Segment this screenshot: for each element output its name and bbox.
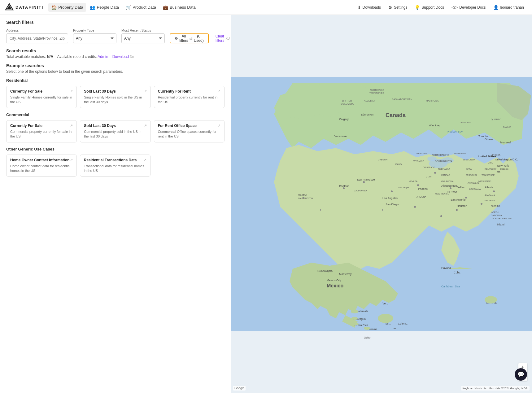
svg-point-12 xyxy=(417,184,419,186)
chat-bubble[interactable]: 💬 xyxy=(515,368,527,381)
arrow-icon: ↗ xyxy=(218,124,220,128)
nav-item-support-docs[interactable]: 💡 Support Docs xyxy=(412,3,447,12)
search-results-section: Search results Total available matches: … xyxy=(6,48,225,59)
svg-text:New York: New York xyxy=(497,164,509,167)
svg-text:Vancouver: Vancouver xyxy=(334,135,347,138)
logo[interactable]: DATAFINITI xyxy=(5,3,43,12)
svg-text:OHIO: OHIO xyxy=(488,162,493,164)
google-logo: Google xyxy=(233,386,246,391)
card-res-for-sale[interactable]: Currently For Sale ↗ Single Family Homes… xyxy=(6,86,77,108)
svg-text:NEVADA: NEVADA xyxy=(409,180,418,182)
address-filter-group: Address xyxy=(6,28,68,43)
address-input[interactable] xyxy=(6,33,68,43)
card-res-sold-30[interactable]: Sold Last 30 Days ↗ Single Family Homes … xyxy=(80,86,150,108)
svg-text:Cali...: Cali... xyxy=(392,327,398,330)
card-com-sold-30[interactable]: Sold Last 30 Days ↗ Commercial property … xyxy=(80,120,150,142)
commercial-category-title: Commercial xyxy=(6,112,225,117)
card-desc: Commercial Office spaces currently for r… xyxy=(158,129,220,139)
card-desc: Residential property currently for rent … xyxy=(158,95,220,105)
svg-text:Toronto: Toronto xyxy=(478,135,488,138)
nav-item-property-data[interactable]: 🏠 Property Data xyxy=(48,3,86,12)
nav-item-developer-docs[interactable]: </> Developer Docs xyxy=(448,3,489,12)
other-category-title: Other Generic Use Cases xyxy=(6,147,225,151)
property-type-select[interactable]: Any Residential Commercial Industrial xyxy=(73,33,116,43)
map-container[interactable]: Seattle WASHINGTON Portland San Francisc… xyxy=(231,15,532,393)
svg-text:Edmonton: Edmonton xyxy=(361,113,373,116)
svg-text:Phoenix: Phoenix xyxy=(418,187,428,190)
svg-text:San Antonio: San Antonio xyxy=(451,198,466,201)
nav-item-user[interactable]: 👤 leonard trahan xyxy=(490,3,527,12)
card-com-for-sale[interactable]: Currently For Sale ↗ Commercial property… xyxy=(6,120,77,142)
svg-text:Guadalajara: Guadalajara xyxy=(317,269,333,273)
card-desc: Single Family Homes currently for sale i… xyxy=(10,95,73,105)
svg-text:Albuquerque: Albuquerque xyxy=(441,184,457,187)
svg-text:Ve...: Ve... xyxy=(382,302,388,305)
nav-right: ⬇ Downloads ⚙ Settings 💡 Support Docs </… xyxy=(354,3,527,12)
search-results-title: Search results xyxy=(6,48,225,53)
svg-text:KANSAS: KANSAS xyxy=(441,174,450,176)
svg-text:MISSISSIPPI: MISSISSIPPI xyxy=(478,180,491,182)
svg-text:MONTANA: MONTANA xyxy=(416,152,427,155)
nav-item-business-data[interactable]: 💼 Business Data xyxy=(160,3,199,12)
download-badge: Do xyxy=(130,55,134,59)
svg-text:Havana: Havana xyxy=(441,266,451,269)
card-com-for-rent[interactable]: For Rent Office Space ↗ Commercial Offic… xyxy=(154,120,225,142)
card-title: For Rent Office Space xyxy=(158,124,197,128)
arrow-icon: ↗ xyxy=(144,158,146,162)
nav-item-downloads[interactable]: ⬇ Downloads xyxy=(354,3,384,12)
svg-point-16 xyxy=(456,209,458,211)
svg-text:Ottawa: Ottawa xyxy=(485,138,494,141)
card-desc: Home owner contact data for residential … xyxy=(10,164,73,173)
all-filters-button[interactable]: ⚙ All filters sti (0 Used) xyxy=(170,33,209,43)
total-value: N/A xyxy=(47,55,53,59)
card-res-transactions[interactable]: Residential Transactions Data ↗ Transact… xyxy=(80,155,150,177)
clear-filters-button[interactable]: Clear filters XU xyxy=(211,33,231,43)
svg-point-19 xyxy=(481,203,482,205)
svg-text:ALBERTA: ALBERTA xyxy=(364,99,375,102)
example-searches-desc: Select one of the options below to load … xyxy=(6,69,225,74)
residential-category-title: Residential xyxy=(6,78,225,83)
map-attribution: Keyboard shortcuts Map data ©2024 Google… xyxy=(461,386,530,391)
nav-item-people-data[interactable]: 👥 People Data xyxy=(87,3,122,12)
most-recent-status-filter-group: Most Recent Status Any For Sale For Rent… xyxy=(121,28,165,43)
most-recent-status-select[interactable]: Any For Sale For Rent Sold xyxy=(121,33,165,43)
left-panel: Search filters Address Property Type Any… xyxy=(0,15,231,393)
svg-point-13 xyxy=(434,172,436,174)
svg-text:ARKANSAS: ARKANSAS xyxy=(468,182,479,184)
svg-text:KENTUCKY: KENTUCKY xyxy=(485,168,496,170)
svg-point-119 xyxy=(378,314,393,323)
svg-text:TERRITORIES: TERRITORIES xyxy=(369,92,384,94)
download-link[interactable]: Download xyxy=(112,55,129,59)
card-header: Home Owner Contact Information ↗ xyxy=(10,158,73,162)
svg-text:MISSOURI: MISSOURI xyxy=(466,174,477,176)
svg-text:ALABAMA: ALABAMA xyxy=(485,194,495,196)
svg-text:NORTH: NORTH xyxy=(491,211,499,213)
svg-text:QUEBEC: QUEBEC xyxy=(491,118,501,121)
arrow-icon: ↗ xyxy=(218,89,220,93)
svg-text:WYOMING: WYOMING xyxy=(413,160,424,162)
svg-text:UTAH: UTAH xyxy=(426,176,432,178)
card-res-for-rent[interactable]: Currently For Rent ↗ Residential propert… xyxy=(154,86,225,108)
svg-text:ARIZONA: ARIZONA xyxy=(416,196,426,198)
svg-text:Dallas: Dallas xyxy=(457,186,465,189)
credits-value[interactable]: Admin xyxy=(98,55,108,59)
nav-item-settings[interactable]: ⚙ Settings xyxy=(385,3,410,12)
svg-text:IOWA: IOWA xyxy=(466,168,472,170)
logo-icon xyxy=(5,3,14,12)
card-home-owner[interactable]: Home Owner Contact Information ↗ Home ow… xyxy=(6,155,77,177)
settings-icon: ⚙ xyxy=(388,5,392,10)
logo-text: DATAFINITI xyxy=(15,5,43,10)
svg-text:FLORIDA: FLORIDA xyxy=(491,205,500,207)
nav-item-product-data[interactable]: 🛒 Product Data xyxy=(123,3,159,12)
navbar: DATAFINITI 🏠 Property Data 👥 People Data… xyxy=(0,0,532,15)
svg-text:Atlanta: Atlanta xyxy=(485,186,493,189)
svg-text:Montreal: Montreal xyxy=(500,141,511,144)
svg-text:Quito: Quito xyxy=(364,336,371,339)
svg-text:Colom...: Colom... xyxy=(398,322,408,325)
svg-text:OREGON: OREGON xyxy=(378,159,387,161)
svg-point-120 xyxy=(485,296,497,303)
card-header: Currently For Sale ↗ xyxy=(10,89,73,94)
filters-badge: sti xyxy=(190,37,193,40)
example-searches-section: Example searches Select one of the optio… xyxy=(6,63,225,177)
filters-row: Address Property Type Any Residential Co… xyxy=(6,28,225,43)
